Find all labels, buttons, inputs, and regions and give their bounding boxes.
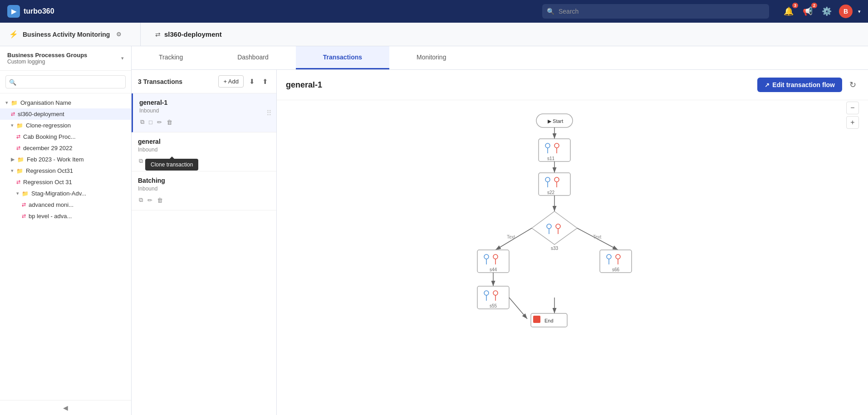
edit-button[interactable]: ✏ bbox=[156, 117, 163, 127]
transaction-item-general-1[interactable]: general-1 Inbound ⧉ □ ✏ 🗑 ⠿ bbox=[132, 93, 276, 132]
app-name: turbo360 bbox=[24, 7, 54, 15]
top-navigation: ▶ turbo360 🔍 🔔 3 📢 2 ⚙️ B ▾ bbox=[0, 0, 868, 23]
sidebar-item-label: Cab Booking Proc... bbox=[23, 133, 76, 140]
folder-icon: 📁 bbox=[17, 156, 24, 163]
sidebar-item-label: Regression Oct 31 bbox=[23, 179, 72, 186]
zoom-controls: − + bbox=[846, 102, 859, 129]
alerts-button[interactable]: 📢 2 bbox=[801, 5, 814, 18]
refresh-button[interactable]: ↻ bbox=[847, 77, 859, 93]
main-layout: Business Processes Groups Custom logging… bbox=[0, 46, 868, 415]
folder-icon: 📁 bbox=[22, 190, 29, 197]
tab-dashboard[interactable]: Dashboard bbox=[210, 46, 296, 69]
copy-button[interactable]: ⧉ bbox=[139, 117, 145, 127]
edge-label-right: Text bbox=[593, 234, 602, 239]
zoom-out-button[interactable]: − bbox=[846, 102, 859, 114]
add-transaction-button[interactable]: + Add bbox=[218, 75, 244, 88]
folder-icon: 📁 bbox=[16, 122, 23, 129]
sidebar-item-advanced-moni[interactable]: ⇄ advanced moni... bbox=[0, 199, 131, 210]
sidebar-item-stag-migration[interactable]: ▾ 📁 Stag-Migration-Adv... bbox=[0, 188, 131, 199]
search-bar: 🔍 bbox=[542, 4, 769, 19]
sidebar-search-input[interactable] bbox=[5, 75, 126, 88]
sidebar-item-label: sl360-deployment bbox=[18, 111, 64, 117]
avatar-chevron[interactable]: ▾ bbox=[858, 9, 861, 15]
transaction-list-header: 3 Transactions + Add ⬇ ⬆ bbox=[132, 70, 276, 93]
tab-tracking[interactable]: Tracking bbox=[132, 46, 210, 69]
sidebar-item-clone-regression[interactable]: ▾ 📁 Clone-regression bbox=[0, 120, 131, 131]
deployment-icon: ⇄ bbox=[155, 31, 161, 38]
transaction-type: Inbound bbox=[138, 186, 270, 192]
download-button[interactable]: ⬇ bbox=[247, 76, 257, 88]
deploy-icon: ⇄ bbox=[22, 202, 26, 208]
sidebar-group-chevron: ▾ bbox=[121, 55, 124, 61]
clone-button[interactable]: □ bbox=[148, 117, 153, 127]
settings-button[interactable]: ⚙️ bbox=[820, 5, 834, 18]
avatar[interactable]: B bbox=[839, 5, 853, 18]
upload-button[interactable]: ⬆ bbox=[260, 76, 270, 88]
logo-area[interactable]: ▶ turbo360 bbox=[7, 5, 54, 18]
sidebar-group-title: Business Processes Groups bbox=[7, 52, 87, 59]
sidebar-item-cab-booking[interactable]: ⇄ Cab Booking Proc... bbox=[0, 131, 131, 142]
folder-icon: 📁 bbox=[16, 168, 23, 174]
module-settings-button[interactable]: ⚙ bbox=[116, 31, 122, 38]
sidebar-item-label: Organisation Name bbox=[20, 99, 71, 106]
edit-flow-button[interactable]: ↗ Edit transaction flow bbox=[757, 78, 842, 92]
main-panel: 3 Transactions + Add ⬇ ⬆ general-1 Inbou… bbox=[132, 70, 868, 415]
transaction-actions: ⧉ ✏ 🗑 bbox=[138, 195, 270, 205]
notifications-button[interactable]: 🔔 3 bbox=[782, 5, 795, 18]
search-icon: 🔍 bbox=[547, 8, 554, 15]
transaction-header-actions: + Add ⬇ ⬆ bbox=[218, 75, 270, 88]
s11-label: s11 bbox=[547, 156, 554, 161]
tab-monitoring[interactable]: Monitoring bbox=[389, 46, 473, 69]
tab-transactions[interactable]: Transactions bbox=[296, 46, 389, 69]
sidebar-item-label: advanced moni... bbox=[29, 201, 74, 208]
notifications-badge: 3 bbox=[792, 3, 798, 8]
sidebar-item-org[interactable]: ▾ 📁 Organisation Name bbox=[0, 97, 131, 108]
sidebar-search-container: 🔍 bbox=[0, 71, 131, 93]
s22-label: s22 bbox=[547, 190, 554, 195]
tabs-bar: Tracking Dashboard Transactions Monitori… bbox=[132, 46, 868, 70]
chevron-icon: ▾ bbox=[5, 100, 8, 106]
transaction-item-batching[interactable]: Batching Inbound ⧉ ✏ 🗑 bbox=[132, 171, 276, 210]
flow-title: general-1 bbox=[286, 80, 322, 90]
transaction-item-general[interactable]: general Inbound ⧉ □ ✏ 🗑 Clone transactio… bbox=[132, 132, 276, 171]
chevron-icon: ▾ bbox=[11, 168, 14, 174]
module-name: Business Activity Monitoring bbox=[23, 31, 110, 38]
deploy-icon: ⇄ bbox=[11, 111, 15, 117]
end-label: End bbox=[544, 318, 554, 323]
edit-button[interactable]: ✏ bbox=[147, 195, 153, 205]
sidebar-item-regression-oct31[interactable]: ⇄ Regression Oct 31 bbox=[0, 176, 131, 188]
sidebar-item-sl360[interactable]: ⇄ sl360-deployment bbox=[0, 108, 131, 120]
sidebar-item-label: Feb 2023 - Work Item bbox=[27, 156, 83, 163]
sidebar: Business Processes Groups Custom logging… bbox=[0, 46, 132, 415]
copy-button[interactable]: ⧉ bbox=[138, 156, 144, 166]
chevron-icon: ▾ bbox=[16, 190, 19, 196]
deploy-icon: ⇄ bbox=[16, 134, 20, 140]
search-input[interactable] bbox=[542, 4, 769, 19]
transaction-list: 3 Transactions + Add ⬇ ⬆ general-1 Inbou… bbox=[132, 70, 277, 415]
sidebar-item-bp-level[interactable]: ⇄ bp level - adva... bbox=[0, 210, 131, 222]
sidebar-group-sub: Custom logging bbox=[7, 59, 87, 65]
transaction-actions: ⧉ □ ✏ 🗑 bbox=[139, 117, 270, 127]
s66-label: s66 bbox=[612, 267, 619, 272]
deployment-name: sl360-deployment bbox=[164, 30, 222, 38]
sidebar-search-icon: 🔍 bbox=[9, 78, 16, 85]
zoom-in-button[interactable]: + bbox=[846, 116, 859, 129]
edit-flow-icon: ↗ bbox=[765, 82, 770, 88]
delete-button[interactable]: 🗑 bbox=[166, 117, 173, 127]
delete-button[interactable]: 🗑 bbox=[156, 195, 164, 205]
flow-header: general-1 ↗ Edit transaction flow ↻ bbox=[277, 70, 868, 100]
transaction-name: Batching bbox=[138, 177, 270, 184]
sidebar-group-header[interactable]: Business Processes Groups Custom logging… bbox=[0, 46, 131, 71]
sidebar-item-dec29[interactable]: ⇄ december 29 2022 bbox=[0, 142, 131, 154]
copy-button[interactable]: ⧉ bbox=[138, 195, 144, 205]
flow-diagram: ▶ Start s11 bbox=[277, 100, 868, 415]
sidebar-item-regression-oct31-group[interactable]: ▾ 📁 Regression Oct31 bbox=[0, 165, 131, 176]
sidebar-item-label: bp level - adva... bbox=[29, 213, 72, 220]
transaction-type: Inbound bbox=[138, 146, 270, 153]
drag-handle: ⠿ bbox=[266, 108, 272, 117]
deploy-icon: ⇄ bbox=[16, 179, 20, 185]
chevron-icon: ▶ bbox=[11, 156, 15, 162]
collapse-sidebar-button[interactable]: ◀ bbox=[63, 404, 68, 411]
sidebar-item-feb2023[interactable]: ▶ 📁 Feb 2023 - Work Item bbox=[0, 154, 131, 165]
transaction-count: 3 Transactions bbox=[138, 78, 182, 85]
